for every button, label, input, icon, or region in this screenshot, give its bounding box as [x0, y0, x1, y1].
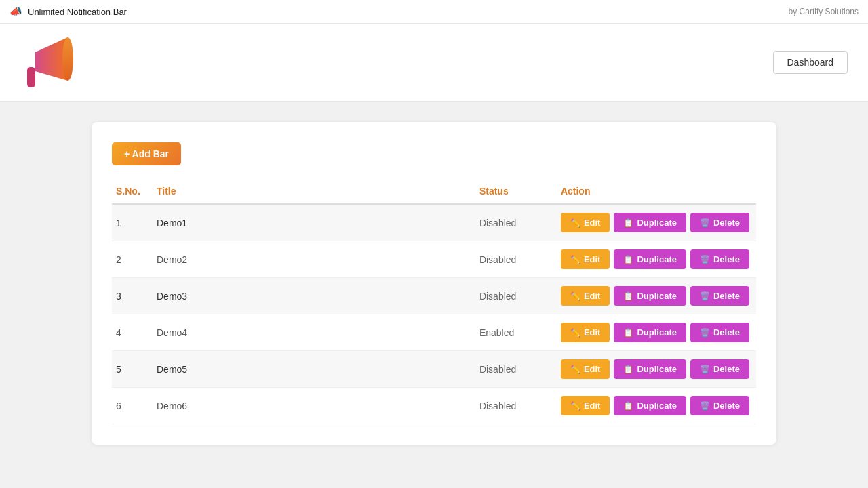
- delete-button[interactable]: 🗑️ Delete: [690, 286, 749, 306]
- copy-icon: 📋: [623, 291, 633, 301]
- cell-sno: 5: [112, 351, 153, 388]
- action-cell: ✏️ Edit 📋 Duplicate 🗑️ Delete: [561, 249, 749, 269]
- edit-button[interactable]: ✏️ Edit: [561, 213, 610, 232]
- cell-action: ✏️ Edit 📋 Duplicate 🗑️ Delete: [557, 314, 756, 351]
- delete-button[interactable]: 🗑️ Delete: [690, 359, 749, 379]
- top-bar: 📣 Unlimited Notification Bar by Cartify …: [0, 0, 868, 24]
- duplicate-label: Duplicate: [637, 364, 677, 374]
- table-row: 6 Demo6 Disabled ✏️ Edit 📋 Duplicate 🗑️ …: [112, 388, 756, 424]
- cell-sno: 2: [112, 241, 153, 278]
- duplicate-button[interactable]: 📋 Duplicate: [614, 396, 686, 415]
- table-row: 1 Demo1 Disabled ✏️ Edit 📋 Duplicate 🗑️ …: [112, 204, 756, 241]
- edit-label: Edit: [584, 291, 601, 301]
- cell-sno: 4: [112, 314, 153, 351]
- action-cell: ✏️ Edit 📋 Duplicate 🗑️ Delete: [561, 359, 749, 379]
- duplicate-button[interactable]: 📋 Duplicate: [614, 323, 686, 342]
- header-section: Dashboard: [0, 24, 868, 102]
- cell-sno: 3: [112, 278, 153, 314]
- edit-label: Edit: [584, 254, 601, 264]
- cell-title: Demo3: [153, 278, 475, 314]
- trash-icon: 🗑️: [700, 218, 710, 228]
- cell-title: Demo5: [153, 351, 475, 388]
- trash-icon: 🗑️: [700, 401, 710, 411]
- col-title: Title: [153, 179, 475, 204]
- duplicate-label: Duplicate: [637, 254, 677, 264]
- col-action: Action: [557, 179, 756, 204]
- cell-sno: 6: [112, 388, 153, 424]
- action-cell: ✏️ Edit 📋 Duplicate 🗑️ Delete: [561, 213, 749, 232]
- cell-action: ✏️ Edit 📋 Duplicate 🗑️ Delete: [557, 351, 756, 388]
- delete-button[interactable]: 🗑️ Delete: [690, 249, 749, 269]
- cell-action: ✏️ Edit 📋 Duplicate 🗑️ Delete: [557, 241, 756, 278]
- edit-label: Edit: [584, 327, 601, 338]
- copy-icon: 📋: [623, 401, 633, 411]
- pencil-icon: ✏️: [570, 255, 580, 264]
- table-header-row: S.No. Title Status Action: [112, 179, 756, 204]
- action-cell: ✏️ Edit 📋 Duplicate 🗑️ Delete: [561, 323, 749, 342]
- edit-button[interactable]: ✏️ Edit: [561, 249, 610, 269]
- table-row: 4 Demo4 Enabled ✏️ Edit 📋 Duplicate 🗑️ D…: [112, 314, 756, 351]
- table-row: 3 Demo3 Disabled ✏️ Edit 📋 Duplicate 🗑️ …: [112, 278, 756, 314]
- duplicate-label: Duplicate: [637, 401, 677, 411]
- cell-title: Demo2: [153, 241, 475, 278]
- brand-label: by Cartify Solutions: [789, 7, 859, 16]
- col-sno: S.No.: [112, 179, 153, 204]
- duplicate-label: Duplicate: [637, 218, 677, 228]
- pencil-icon: ✏️: [570, 218, 580, 228]
- trash-icon: 🗑️: [700, 255, 710, 264]
- copy-icon: 📋: [623, 365, 633, 374]
- cell-action: ✏️ Edit 📋 Duplicate 🗑️ Delete: [557, 388, 756, 424]
- pencil-icon: ✏️: [570, 328, 580, 338]
- add-bar-button[interactable]: + Add Bar: [112, 142, 181, 165]
- edit-label: Edit: [584, 364, 601, 374]
- cell-title: Demo6: [153, 388, 475, 424]
- duplicate-label: Duplicate: [637, 291, 677, 301]
- delete-button[interactable]: 🗑️ Delete: [690, 396, 749, 415]
- pencil-icon: ✏️: [570, 365, 580, 374]
- cell-status: Disabled: [475, 388, 557, 424]
- duplicate-button[interactable]: 📋 Duplicate: [614, 213, 686, 232]
- action-cell: ✏️ Edit 📋 Duplicate 🗑️ Delete: [561, 396, 749, 415]
- delete-button[interactable]: 🗑️ Delete: [690, 323, 749, 342]
- top-bar-left: 📣 Unlimited Notification Bar: [9, 5, 127, 18]
- cell-status: Disabled: [475, 204, 557, 241]
- megaphone-icon: 📣: [9, 5, 22, 18]
- edit-button[interactable]: ✏️ Edit: [561, 323, 610, 342]
- delete-label: Delete: [713, 327, 740, 338]
- delete-button[interactable]: 🗑️ Delete: [690, 213, 749, 232]
- table-row: 2 Demo2 Disabled ✏️ Edit 📋 Duplicate 🗑️ …: [112, 241, 756, 278]
- col-status: Status: [475, 179, 557, 204]
- copy-icon: 📋: [623, 218, 633, 228]
- edit-button[interactable]: ✏️ Edit: [561, 396, 610, 415]
- svg-rect-0: [27, 67, 35, 87]
- edit-button[interactable]: ✏️ Edit: [561, 286, 610, 306]
- delete-label: Delete: [713, 291, 740, 301]
- delete-label: Delete: [713, 254, 740, 264]
- cell-title: Demo4: [153, 314, 475, 351]
- pencil-icon: ✏️: [570, 401, 580, 411]
- cell-action: ✏️ Edit 📋 Duplicate 🗑️ Delete: [557, 204, 756, 241]
- delete-label: Delete: [713, 364, 740, 374]
- cell-status: Enabled: [475, 314, 557, 351]
- cell-status: Disabled: [475, 278, 557, 314]
- duplicate-button[interactable]: 📋 Duplicate: [614, 286, 686, 306]
- app-name: Unlimited Notification Bar: [28, 7, 127, 17]
- trash-icon: 🗑️: [700, 291, 710, 301]
- copy-icon: 📋: [623, 255, 633, 264]
- delete-label: Delete: [713, 401, 740, 411]
- main-content: + Add Bar S.No. Title Status Action 1 De…: [0, 102, 868, 465]
- edit-label: Edit: [584, 218, 601, 228]
- copy-icon: 📋: [623, 328, 633, 338]
- dashboard-button[interactable]: Dashboard: [773, 51, 848, 74]
- duplicate-button[interactable]: 📋 Duplicate: [614, 249, 686, 269]
- main-card: + Add Bar S.No. Title Status Action 1 De…: [92, 122, 776, 445]
- pencil-icon: ✏️: [570, 291, 580, 301]
- trash-icon: 🗑️: [700, 365, 710, 374]
- cell-status: Disabled: [475, 241, 557, 278]
- trash-icon: 🗑️: [700, 328, 710, 338]
- cell-action: ✏️ Edit 📋 Duplicate 🗑️ Delete: [557, 278, 756, 314]
- megaphone-logo-svg: [20, 32, 81, 93]
- edit-button[interactable]: ✏️ Edit: [561, 359, 610, 379]
- duplicate-button[interactable]: 📋 Duplicate: [614, 359, 686, 379]
- edit-label: Edit: [584, 401, 601, 411]
